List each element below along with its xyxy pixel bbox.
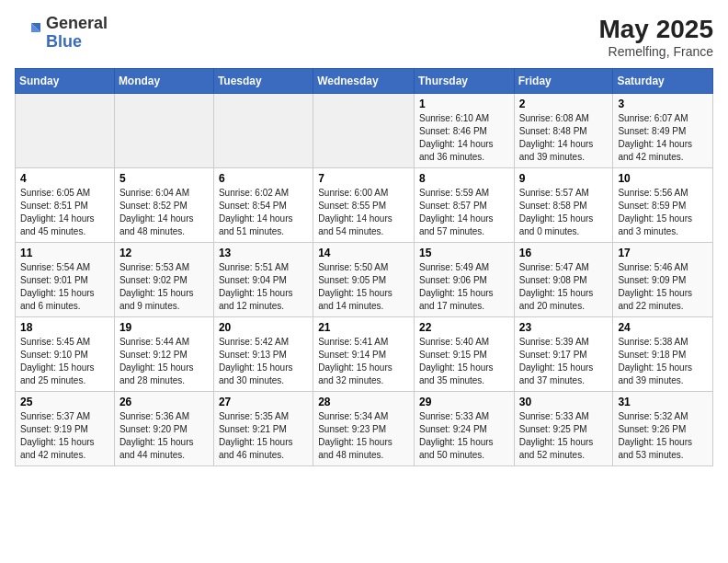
day-number: 16	[519, 247, 609, 259]
calendar-cell: 25Sunrise: 5:37 AM Sunset: 9:19 PM Dayli…	[16, 392, 115, 466]
day-info: Sunrise: 6:04 AM Sunset: 8:52 PM Dayligh…	[119, 187, 209, 238]
calendar-cell: 22Sunrise: 5:40 AM Sunset: 9:15 PM Dayli…	[414, 317, 514, 392]
logo-text: General Blue	[46, 15, 108, 52]
day-info: Sunrise: 5:34 AM Sunset: 9:23 PM Dayligh…	[318, 410, 409, 462]
calendar-cell: 13Sunrise: 5:51 AM Sunset: 9:04 PM Dayli…	[213, 243, 313, 317]
day-number: 17	[618, 247, 708, 259]
day-number: 2	[519, 98, 609, 110]
day-number: 5	[119, 172, 209, 185]
title-block: May 2025 Remelfing, France	[598, 15, 713, 59]
day-info: Sunrise: 5:59 AM Sunset: 8:57 PM Dayligh…	[419, 187, 509, 238]
day-number: 15	[419, 247, 509, 259]
day-number: 25	[20, 396, 109, 408]
calendar-week-2: 4Sunrise: 6:05 AM Sunset: 8:51 PM Daylig…	[16, 168, 713, 243]
location-subtitle: Remelfing, France	[598, 44, 713, 59]
day-info: Sunrise: 5:49 AM Sunset: 9:06 PM Dayligh…	[419, 261, 509, 313]
day-info: Sunrise: 6:08 AM Sunset: 8:48 PM Dayligh…	[519, 112, 609, 164]
day-info: Sunrise: 6:05 AM Sunset: 8:51 PM Dayligh…	[20, 187, 109, 238]
calendar-cell: 18Sunrise: 5:45 AM Sunset: 9:10 PM Dayli…	[16, 317, 115, 392]
calendar-cell: 10Sunrise: 5:56 AM Sunset: 8:59 PM Dayli…	[613, 168, 713, 243]
calendar-cell: 31Sunrise: 5:32 AM Sunset: 9:26 PM Dayli…	[613, 392, 713, 466]
calendar-cell: 27Sunrise: 5:35 AM Sunset: 9:21 PM Dayli…	[213, 392, 313, 466]
page-header: General Blue May 2025 Remelfing, France	[15, 15, 713, 59]
calendar-cell: 26Sunrise: 5:36 AM Sunset: 9:20 PM Dayli…	[114, 392, 213, 466]
calendar-cell: 2Sunrise: 6:08 AM Sunset: 8:48 PM Daylig…	[514, 94, 613, 168]
day-number: 21	[318, 321, 409, 334]
day-number: 31	[618, 396, 708, 408]
day-number: 9	[519, 172, 609, 185]
logo-general-text: General	[46, 15, 108, 33]
day-number: 11	[20, 247, 109, 259]
logo-icon	[15, 19, 42, 47]
day-info: Sunrise: 6:07 AM Sunset: 8:49 PM Dayligh…	[618, 112, 708, 164]
calendar-cell: 21Sunrise: 5:41 AM Sunset: 9:14 PM Dayli…	[313, 317, 415, 392]
calendar-cell	[213, 94, 313, 168]
calendar-cell: 8Sunrise: 5:59 AM Sunset: 8:57 PM Daylig…	[414, 168, 514, 243]
calendar-week-4: 18Sunrise: 5:45 AM Sunset: 9:10 PM Dayli…	[16, 317, 713, 392]
logo-blue-text: Blue	[46, 33, 108, 52]
weekday-header-thursday: Thursday	[414, 69, 514, 94]
day-info: Sunrise: 5:46 AM Sunset: 9:09 PM Dayligh…	[618, 261, 708, 313]
day-info: Sunrise: 5:51 AM Sunset: 9:04 PM Dayligh…	[219, 261, 308, 313]
day-number: 29	[419, 396, 509, 408]
calendar-cell: 28Sunrise: 5:34 AM Sunset: 9:23 PM Dayli…	[313, 392, 415, 466]
calendar-cell: 1Sunrise: 6:10 AM Sunset: 8:46 PM Daylig…	[414, 94, 514, 168]
calendar-cell	[313, 94, 415, 168]
calendar-cell: 14Sunrise: 5:50 AM Sunset: 9:05 PM Dayli…	[313, 243, 415, 317]
calendar-cell: 11Sunrise: 5:54 AM Sunset: 9:01 PM Dayli…	[16, 243, 115, 317]
day-number: 3	[618, 98, 708, 110]
day-number: 30	[519, 396, 609, 408]
day-number: 12	[119, 247, 209, 259]
weekday-header-row: SundayMondayTuesdayWednesdayThursdayFrid…	[16, 69, 713, 94]
weekday-header-sunday: Sunday	[16, 69, 115, 94]
day-number: 22	[419, 321, 509, 334]
calendar-cell: 23Sunrise: 5:39 AM Sunset: 9:17 PM Dayli…	[514, 317, 613, 392]
logo: General Blue	[15, 15, 108, 52]
weekday-header-saturday: Saturday	[613, 69, 713, 94]
day-info: Sunrise: 5:42 AM Sunset: 9:13 PM Dayligh…	[219, 336, 308, 387]
day-info: Sunrise: 5:37 AM Sunset: 9:19 PM Dayligh…	[20, 410, 109, 462]
day-number: 13	[219, 247, 308, 259]
day-info: Sunrise: 6:10 AM Sunset: 8:46 PM Dayligh…	[419, 112, 509, 164]
day-number: 28	[318, 396, 409, 408]
calendar-table: SundayMondayTuesdayWednesdayThursdayFrid…	[15, 68, 713, 466]
day-info: Sunrise: 5:50 AM Sunset: 9:05 PM Dayligh…	[318, 261, 409, 313]
calendar-cell	[16, 94, 115, 168]
calendar-cell: 15Sunrise: 5:49 AM Sunset: 9:06 PM Dayli…	[414, 243, 514, 317]
weekday-header-monday: Monday	[114, 69, 213, 94]
weekday-header-tuesday: Tuesday	[213, 69, 313, 94]
day-info: Sunrise: 5:56 AM Sunset: 8:59 PM Dayligh…	[618, 187, 708, 238]
day-info: Sunrise: 5:54 AM Sunset: 9:01 PM Dayligh…	[20, 261, 109, 313]
day-number: 4	[20, 172, 109, 185]
day-number: 27	[219, 396, 308, 408]
calendar-week-3: 11Sunrise: 5:54 AM Sunset: 9:01 PM Dayli…	[16, 243, 713, 317]
calendar-cell: 9Sunrise: 5:57 AM Sunset: 8:58 PM Daylig…	[514, 168, 613, 243]
day-number: 19	[119, 321, 209, 334]
calendar-cell: 3Sunrise: 6:07 AM Sunset: 8:49 PM Daylig…	[613, 94, 713, 168]
day-info: Sunrise: 5:47 AM Sunset: 9:08 PM Dayligh…	[519, 261, 609, 313]
day-info: Sunrise: 5:36 AM Sunset: 9:20 PM Dayligh…	[119, 410, 209, 462]
day-info: Sunrise: 5:33 AM Sunset: 9:25 PM Dayligh…	[519, 410, 609, 462]
day-number: 14	[318, 247, 409, 259]
calendar-cell: 7Sunrise: 6:00 AM Sunset: 8:55 PM Daylig…	[313, 168, 415, 243]
calendar-cell: 4Sunrise: 6:05 AM Sunset: 8:51 PM Daylig…	[16, 168, 115, 243]
calendar-cell: 19Sunrise: 5:44 AM Sunset: 9:12 PM Dayli…	[114, 317, 213, 392]
calendar-cell: 30Sunrise: 5:33 AM Sunset: 9:25 PM Dayli…	[514, 392, 613, 466]
day-info: Sunrise: 5:40 AM Sunset: 9:15 PM Dayligh…	[419, 336, 509, 387]
calendar-cell: 24Sunrise: 5:38 AM Sunset: 9:18 PM Dayli…	[613, 317, 713, 392]
calendar-cell: 16Sunrise: 5:47 AM Sunset: 9:08 PM Dayli…	[514, 243, 613, 317]
day-info: Sunrise: 5:32 AM Sunset: 9:26 PM Dayligh…	[618, 410, 708, 462]
day-number: 18	[20, 321, 109, 334]
day-info: Sunrise: 5:33 AM Sunset: 9:24 PM Dayligh…	[419, 410, 509, 462]
calendar-cell: 6Sunrise: 6:02 AM Sunset: 8:54 PM Daylig…	[213, 168, 313, 243]
calendar-cell	[114, 94, 213, 168]
day-info: Sunrise: 6:00 AM Sunset: 8:55 PM Dayligh…	[318, 187, 409, 238]
day-number: 26	[119, 396, 209, 408]
day-info: Sunrise: 5:38 AM Sunset: 9:18 PM Dayligh…	[618, 336, 708, 387]
day-info: Sunrise: 6:02 AM Sunset: 8:54 PM Dayligh…	[219, 187, 308, 238]
day-info: Sunrise: 5:41 AM Sunset: 9:14 PM Dayligh…	[318, 336, 409, 387]
day-number: 23	[519, 321, 609, 334]
day-info: Sunrise: 5:39 AM Sunset: 9:17 PM Dayligh…	[519, 336, 609, 387]
day-info: Sunrise: 5:35 AM Sunset: 9:21 PM Dayligh…	[219, 410, 308, 462]
month-year-title: May 2025	[598, 15, 713, 44]
